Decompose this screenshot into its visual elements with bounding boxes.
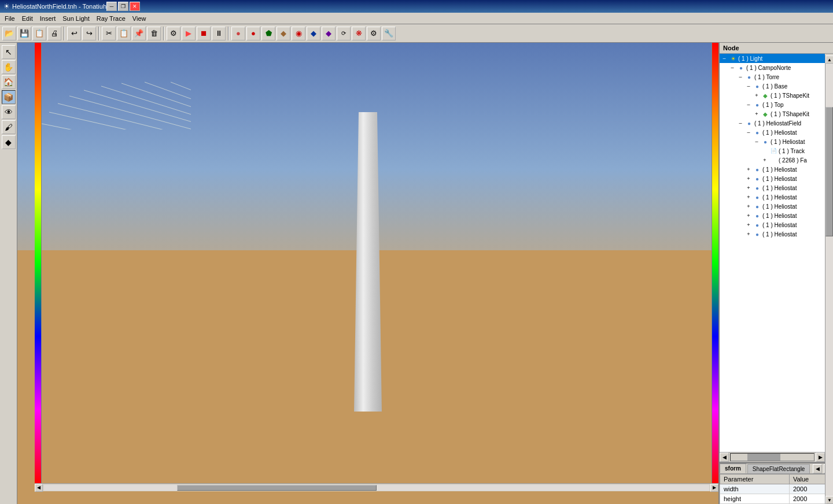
expander-heliostat4[interactable]: + — [745, 185, 752, 191]
expander-tshapekit2[interactable]: + — [753, 111, 760, 117]
tree-node-camponorte[interactable]: – ● ( 1 ) CampoNorte — [720, 63, 825, 72]
tree-node-heliostat3[interactable]: + ● ( 1 ) Heliostat — [720, 174, 825, 183]
tab-sform[interactable]: sform — [720, 464, 746, 473]
expander-base[interactable]: – — [745, 83, 752, 89]
tree-node-base[interactable]: – ● ( 1 ) Base — [720, 81, 825, 91]
tree-scrollbar-track[interactable] — [730, 453, 814, 461]
tree-node-heliostat1[interactable]: – ● ( 1 ) Heliostat — [720, 128, 825, 137]
menu-edit[interactable]: Edit — [19, 14, 36, 23]
expander-heliostat1[interactable]: – — [745, 129, 752, 135]
tree-node-top[interactable]: – ● ( 1 ) Top — [720, 100, 825, 109]
settings-button[interactable]: ⚙ — [167, 27, 180, 40]
tab-shape[interactable]: ShapeFlatRectangle — [747, 464, 810, 473]
tree-node-tshapekit2[interactable]: + ◆ ( 1 ) TShapeKit — [720, 109, 825, 118]
node-tree[interactable]: – ☀ ( 1 ) Light – ● ( 1 ) CampoNorte – ●… — [720, 54, 825, 452]
expander-facets[interactable]: + — [761, 157, 768, 163]
cut-button[interactable]: ✂ — [102, 27, 116, 40]
tree-node-light[interactable]: – ☀ ( 1 ) Light — [720, 54, 825, 63]
tree-node-heliostatfield[interactable]: – ● ( 1 ) HeliostatField — [720, 118, 825, 128]
tree-node-heliostat6[interactable]: + ● ( 1 ) Heliostat — [720, 202, 825, 211]
scroll-track[interactable] — [44, 485, 709, 491]
expander-light[interactable]: – — [721, 55, 728, 61]
redo-button[interactable]: ↪ — [82, 27, 96, 40]
menu-insert[interactable]: Insert — [36, 14, 60, 23]
expander-heliostat6[interactable]: + — [745, 203, 752, 209]
tree-node-track[interactable]: 📄 ( 1 ) Track — [720, 146, 825, 155]
paste-button[interactable]: 📌 — [132, 27, 146, 40]
expander-tshapekit1[interactable]: + — [753, 92, 760, 98]
paint-button[interactable]: 🖌 — [2, 120, 16, 134]
tool9-button[interactable]: ❋ — [352, 27, 366, 40]
expander-heliostatfield[interactable]: – — [737, 120, 744, 126]
tool1-button[interactable]: ● — [231, 27, 245, 40]
home-button[interactable]: 🏠 — [2, 75, 16, 89]
save-button[interactable]: 💾 — [17, 27, 31, 40]
expander-camponorte[interactable]: – — [729, 65, 736, 71]
expander-heliostat9[interactable]: + — [745, 231, 752, 237]
tool8-button[interactable]: ⟳ — [337, 27, 351, 40]
undo-button[interactable]: ↩ — [67, 27, 81, 40]
minimize-button[interactable]: ─ — [106, 2, 117, 11]
expander-heliostat1a[interactable]: – — [753, 139, 760, 144]
tool11-button[interactable]: 🔧 — [382, 27, 396, 40]
tree-scroll-right-button[interactable]: ▶ — [816, 453, 825, 462]
expander-heliostat7[interactable]: + — [745, 213, 752, 218]
tree-node-tshapekit1[interactable]: + ◆ ( 1 ) TShapeKit — [720, 91, 825, 100]
tree-node-heliostat1a[interactable]: – ● ( 1 ) Heliostat — [720, 137, 825, 146]
tree-scroll-down-button[interactable]: ▼ — [825, 496, 833, 504]
tool10-button[interactable]: ⚙ — [367, 27, 381, 40]
tree-node-heliostat9[interactable]: + ● ( 1 ) Heliostat — [720, 229, 825, 239]
expander-heliostat3[interactable]: + — [745, 176, 752, 181]
tshapekit2-label: ( 1 ) TShapeKit — [771, 111, 809, 117]
tool3-button[interactable]: ⬟ — [261, 27, 275, 40]
save-as-button[interactable]: 📋 — [32, 27, 46, 40]
arrow-tool-button[interactable]: ↖ — [2, 45, 16, 59]
scroll-thumb[interactable] — [177, 485, 377, 491]
tree-scroll-up-button[interactable]: ▲ — [825, 55, 833, 64]
menu-file[interactable]: File — [1, 14, 19, 23]
open-file-button[interactable]: 📂 — [2, 27, 16, 40]
tree-node-torre[interactable]: – ● ( 1 ) Torre — [720, 72, 825, 81]
menu-raytrace[interactable]: Ray Trace — [93, 14, 129, 23]
eye-button[interactable]: 👁 — [2, 105, 16, 119]
menu-sunlight[interactable]: Sun Light — [59, 14, 93, 23]
expander-top[interactable]: – — [745, 102, 752, 108]
tool2-button[interactable]: ● — [246, 27, 260, 40]
tree-scrollbar-thumb[interactable] — [747, 454, 781, 461]
shape-button[interactable]: ◆ — [2, 135, 16, 149]
tree-node-heliostat7[interactable]: + ● ( 1 ) Heliostat — [720, 211, 825, 220]
tree-node-heliostat8[interactable]: + ● ( 1 ) Heliostat — [720, 220, 825, 229]
menu-view[interactable]: View — [129, 14, 150, 23]
tree-node-heliostat5[interactable]: + ● ( 1 ) Heliostat — [720, 192, 825, 202]
hand-tool-button[interactable]: ✋ — [2, 60, 16, 74]
horizontal-scrollbar[interactable]: ◀ ▶ — [35, 483, 718, 491]
scroll-right-button[interactable]: ▶ — [710, 484, 718, 492]
tree-horizontal-scrollbar[interactable]: ◀ ▶ — [720, 452, 825, 462]
tree-scroll-left-button[interactable]: ◀ — [720, 453, 729, 462]
scroll-left-button[interactable]: ◀ — [35, 484, 43, 492]
tree-node-heliostat4[interactable]: + ● ( 1 ) Heliostat — [720, 183, 825, 192]
tab-prev-button[interactable]: ◀ — [813, 464, 822, 473]
render1-button[interactable]: ▶ — [182, 27, 196, 40]
copy-button[interactable]: 📋 — [117, 27, 131, 40]
tool5-button[interactable]: ◉ — [292, 27, 305, 40]
tree-node-heliostat2[interactable]: + ● ( 1 ) Heliostat — [720, 165, 825, 174]
tool6-button[interactable]: ◆ — [307, 27, 320, 40]
close-button[interactable]: ✕ — [130, 2, 140, 11]
delete-button[interactable]: 🗑 — [147, 27, 161, 40]
tree-node-facets[interactable]: + ( 2268 ) Fa — [720, 155, 825, 165]
render2-button[interactable]: ⏹ — [197, 27, 211, 40]
restore-button[interactable]: ❐ — [118, 2, 128, 11]
tree-scroll-thumb[interactable] — [825, 107, 833, 236]
view3d-button[interactable]: 📦 — [2, 90, 16, 104]
expander-heliostat2[interactable]: + — [745, 166, 752, 172]
render3-button[interactable]: ⏸ — [212, 27, 226, 40]
expander-heliostat5[interactable]: + — [745, 194, 752, 200]
tree-scroll-track[interactable] — [825, 64, 833, 496]
viewport[interactable]: ◀ ▶ — [17, 43, 718, 504]
expander-torre[interactable]: – — [737, 74, 744, 80]
tool7-button[interactable]: ◆ — [322, 27, 336, 40]
print-button[interactable]: 🖨 — [47, 27, 61, 40]
tool4-button[interactable]: ◆ — [277, 27, 290, 40]
expander-heliostat8[interactable]: + — [745, 222, 752, 228]
